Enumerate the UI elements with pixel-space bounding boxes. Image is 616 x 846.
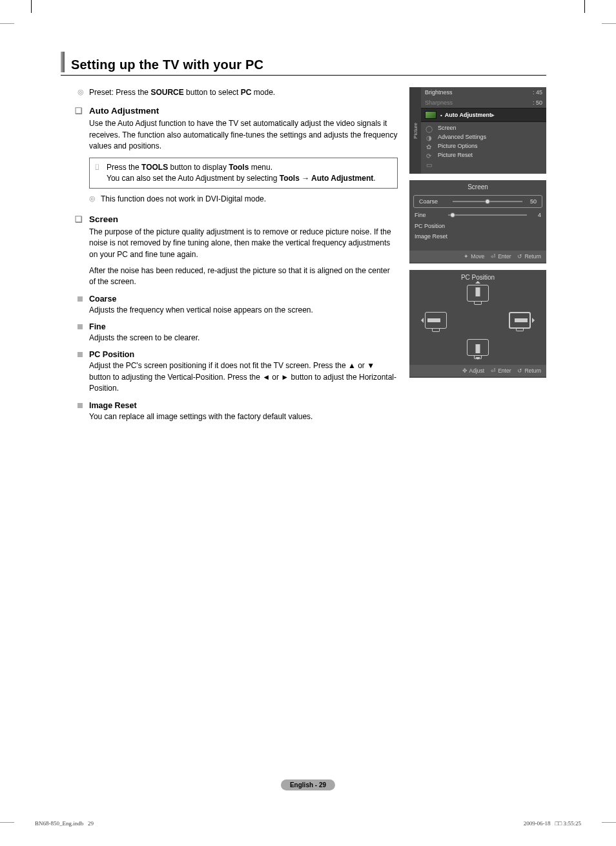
preset-source-bold: SOURCE	[150, 88, 183, 97]
section-title: Setting up the TV with your PC	[71, 57, 263, 72]
fine-heading: Fine	[89, 322, 398, 331]
osd-picture-menu: Picture Brightness : 45 Sharpness : 50	[409, 87, 546, 174]
osd-item-advanced[interactable]: ◑Advanced Settings	[421, 132, 546, 141]
screen-heading: ❏ Screen	[75, 214, 398, 224]
section-bar-icon	[61, 52, 65, 72]
slider-knob[interactable]	[450, 212, 455, 218]
screen-body-1: The purpose of the picture quality adjus…	[89, 227, 398, 260]
osd-fine-slider[interactable]: Fine 4	[409, 209, 546, 221]
preset-text: Preset: Press the	[89, 88, 150, 97]
osd-item-reset[interactable]: ⟳Picture Reset	[421, 150, 546, 160]
osd-screen-menu: Screen Coarse 50 Fine 4 PC Position Imag…	[409, 180, 546, 263]
osd2-footer: ✦Move ⏎Enter ↺Return	[409, 251, 546, 262]
imagereset-heading: Image Reset	[89, 401, 398, 410]
return-icon: ↺	[517, 253, 522, 260]
outline-square-icon: ❏	[75, 106, 89, 116]
osd-thumb-icon	[425, 111, 436, 119]
pcposition-body: Adjust the PC's screen positioning if it…	[89, 360, 398, 394]
pcpos-right-button[interactable]	[509, 312, 531, 329]
slider-track[interactable]	[453, 201, 522, 202]
pcpos-up-button[interactable]	[467, 285, 489, 302]
tools-tip-box: ⌷ Press the TOOLS button to display Tool…	[89, 158, 398, 189]
square-bullet-icon	[77, 324, 83, 329]
osd-brightness-row: Brightness : 45	[421, 87, 546, 98]
osd-side-tab: Picture	[409, 87, 421, 174]
slider-knob[interactable]	[485, 199, 490, 204]
auto-adjustment-heading: ❏ Auto Adjustment	[75, 106, 398, 116]
osd-item-options[interactable]: ✿Picture Options	[421, 141, 546, 150]
adjust-icon: ✥	[462, 367, 467, 374]
square-bullet-icon	[77, 296, 83, 302]
page-number-pill: English - 29	[281, 779, 335, 790]
osd3-footer: ✥Adjust ⏎Enter ↺Return	[409, 365, 546, 377]
fine-body: Adjusts the screen to be clearer.	[89, 333, 398, 344]
arrow-right-icon	[532, 318, 537, 323]
enter-icon: ⏎	[491, 367, 496, 374]
right-column: Picture Brightness : 45 Sharpness : 50	[409, 87, 546, 428]
left-column: ◎ Preset: Press the SOURCE button to sel…	[61, 87, 409, 428]
preset-pc-bold: PC	[241, 88, 252, 97]
bullet-icon: •	[440, 112, 442, 118]
dvi-note: ◎ This function does not work in DVI-Dig…	[89, 194, 398, 205]
preset-note: ◎ Preset: Press the SOURCE button to sel…	[77, 87, 398, 98]
tools-icon: ⌷	[95, 162, 107, 185]
imagereset-body: You can replace all image settings with …	[89, 411, 398, 422]
square-bullet-icon	[77, 352, 83, 357]
arrow-down-icon	[475, 357, 480, 362]
arrow-left-icon	[418, 318, 424, 323]
move-icon: ✦	[464, 253, 469, 260]
page-footer: English - 29	[0, 778, 616, 790]
coarse-body: Adjusts the frequency when vertical nois…	[89, 305, 398, 316]
osd-pcposition-menu: PC Position ✥Adjust ⏎Enter ↺Return	[409, 270, 546, 378]
square-bullet-icon	[77, 403, 83, 408]
note-icon: ◎	[77, 87, 89, 98]
osd-side-tab-label: Picture	[413, 123, 418, 139]
note-icon: ◎	[89, 194, 101, 205]
print-file: BN68-850_Eng.indb	[35, 820, 83, 827]
enter-icon: ⏎	[491, 253, 496, 260]
slider-track[interactable]	[448, 214, 527, 216]
pcpos-down-button[interactable]	[467, 339, 489, 356]
osd2-title: Screen	[409, 180, 546, 194]
auto-adjustment-body: Use the Auto Adjust function to have the…	[89, 118, 398, 152]
osd-item-screen[interactable]: ◯Screen	[421, 123, 546, 132]
print-footer: BN68-850_Eng.indb 29 2009-06-18 □□ 3:55:…	[35, 820, 581, 827]
print-time: □□ 3:55:25	[555, 820, 581, 827]
outline-square-icon: ❏	[75, 214, 89, 224]
coarse-heading: Coarse	[89, 294, 398, 304]
pcpos-left-button[interactable]	[425, 312, 447, 329]
osd-sharpness-row: Sharpness : 50	[421, 98, 546, 108]
osd-coarse-slider[interactable]: Coarse 50	[413, 195, 542, 208]
arrow-up-icon	[475, 278, 480, 284]
section-header: Setting up the TV with your PC	[61, 52, 546, 76]
return-icon: ↺	[517, 367, 522, 374]
menu-icon: ▭	[425, 161, 433, 169]
screen-body-2: After the noise has been reduced, re-adj…	[89, 265, 398, 288]
chevron-right-icon: ▸	[491, 112, 495, 118]
osd-auto-adjustment-highlight[interactable]: • Auto Adjustment ▸	[421, 108, 546, 122]
print-page: 29	[88, 820, 94, 827]
print-date: 2009-06-18	[524, 820, 551, 827]
osd-pcposition-item[interactable]: PC Position	[409, 221, 546, 231]
pcposition-heading: PC Position	[89, 350, 398, 359]
osd-imagereset-item[interactable]: Image Reset	[409, 231, 546, 242]
page-body: Setting up the TV with your PC ◎ Preset:…	[61, 52, 546, 781]
pcposition-cross	[409, 285, 546, 356]
